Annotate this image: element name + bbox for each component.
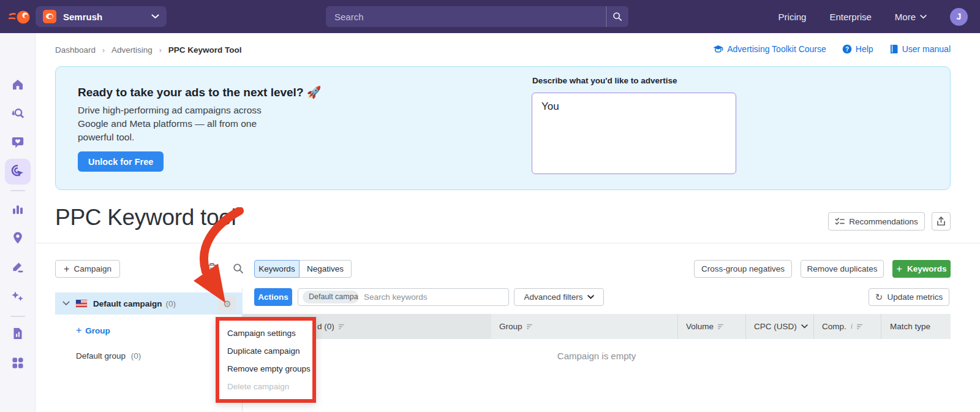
ai-sparkles-icon[interactable] (11, 290, 24, 303)
sort-icon (339, 324, 345, 330)
campaign-settings-gear-button[interactable]: ⚙ (218, 296, 236, 311)
cross-group-negatives-button[interactable]: Cross-group negatives (694, 260, 792, 278)
tab-negatives[interactable]: Negatives (300, 260, 352, 278)
analytics-icon[interactable] (11, 202, 24, 216)
help-link[interactable]: ? Help (842, 44, 873, 54)
chevron-down-icon (801, 324, 808, 329)
unlock-for-free-button[interactable]: Unlock for Free (78, 151, 164, 172)
advertising-icon (11, 164, 24, 178)
column-divider (677, 314, 678, 339)
quick-links: Advertising Toolkit Course ? Help User m… (713, 44, 951, 54)
plus-icon: + (64, 264, 69, 274)
plus-icon: + (76, 326, 81, 335)
refresh-icon: ↻ (875, 292, 883, 302)
home-icon[interactable] (11, 78, 24, 91)
add-keywords-button[interactable]: + Keywords (892, 260, 951, 278)
column-header-volume[interactable]: Volume (686, 314, 725, 339)
breadcrumb-advertising[interactable]: Advertising (111, 45, 153, 55)
info-icon: i (851, 322, 853, 331)
column-header-cpc[interactable]: CPC (USD) (754, 314, 808, 339)
ppc-keyword-tool-page: Semrush Pricing Enterprise More J (0, 0, 980, 412)
tab-keywords[interactable]: Keywords (254, 260, 300, 278)
enterprise-link[interactable]: Enterprise (829, 12, 871, 22)
export-icon (937, 216, 946, 226)
campaign-name: Default campaign (93, 299, 162, 308)
checklist-icon (835, 217, 845, 226)
search-icon (233, 263, 244, 274)
sort-icon (527, 324, 533, 330)
global-search-field[interactable] (326, 6, 605, 27)
column-header-group[interactable]: Group (499, 314, 533, 339)
column-header-match-type[interactable]: Match type (890, 314, 930, 339)
recommendations-button[interactable]: Recommendations (828, 212, 925, 231)
top-navbar: Semrush Pricing Enterprise More J (0, 0, 980, 33)
campaign-filter-chip[interactable]: Default campa (303, 291, 359, 303)
sort-icon (718, 324, 725, 330)
section-divider (36, 243, 980, 243)
remove-duplicates-button[interactable]: Remove duplicates (801, 260, 884, 278)
advertise-textarea[interactable]: You (532, 93, 736, 174)
breadcrumb-dashboard[interactable]: Dashboard (55, 45, 96, 55)
seo-research-icon[interactable] (11, 107, 24, 120)
actions-button[interactable]: Actions (254, 288, 292, 306)
keywords-search-placeholder: Search keywords (364, 292, 428, 302)
toolkit-course-link[interactable]: Advertising Toolkit Course (713, 44, 826, 54)
more-menu[interactable]: More (895, 12, 927, 22)
app-switcher-dropdown[interactable]: Semrush (36, 6, 167, 27)
promo-banner: Ready to take your ads to the next level… (55, 66, 951, 190)
left-sidebar (0, 33, 36, 412)
campaign-row-default[interactable]: Default campaign (0) ⚙ (55, 292, 243, 315)
promo-title: Ready to take your ads to the next level… (78, 85, 321, 99)
social-media-icon[interactable] (11, 135, 24, 149)
add-campaign-button[interactable]: + Campaign (55, 260, 120, 278)
campaign-count: (0) (166, 299, 218, 308)
update-metrics-button[interactable]: ↻ Update metrics (869, 288, 949, 306)
column-header-comp[interactable]: Comp. i (822, 314, 864, 339)
advanced-filters-dropdown[interactable]: Advanced filters (514, 288, 604, 306)
book-icon (889, 44, 899, 54)
semrush-logo-icon[interactable] (9, 9, 31, 28)
chevron-down-icon (151, 14, 159, 19)
us-flag-icon (76, 300, 87, 307)
local-pin-icon[interactable] (11, 231, 24, 245)
plus-icon: + (897, 264, 902, 274)
chevron-down-icon (920, 15, 927, 19)
add-group-button[interactable]: + Group (76, 326, 110, 335)
reports-icon[interactable] (11, 327, 24, 340)
column-divider (813, 314, 814, 339)
sidebar-divider (10, 190, 25, 191)
chevron-down-icon[interactable] (62, 301, 70, 306)
global-search-button[interactable] (606, 6, 628, 27)
graduation-cap-icon (713, 45, 723, 54)
menu-item-duplicate-campaign[interactable]: Duplicate campaign (219, 342, 312, 360)
menu-item-remove-empty-groups[interactable]: Remove empty groups (219, 360, 312, 378)
semrush-app-icon (43, 10, 56, 23)
empty-state-message: Campaign is empty (243, 351, 951, 361)
navbar-right: Pricing Enterprise More J (778, 0, 968, 33)
user-manual-link[interactable]: User manual (889, 44, 951, 54)
sort-icon (857, 324, 864, 330)
pricing-link[interactable]: Pricing (778, 12, 807, 22)
keywords-search-input[interactable]: Default campa Search keywords (298, 288, 509, 306)
user-avatar[interactable]: J (950, 8, 968, 26)
search-campaigns-button[interactable] (232, 262, 245, 276)
chevron-right-icon: › (102, 46, 105, 55)
global-search-input[interactable] (326, 6, 605, 27)
chevron-right-icon: › (159, 46, 162, 55)
delete-trash-button[interactable] (205, 262, 219, 276)
advertise-form-label: Describe what you'd like to advertise (532, 76, 677, 85)
group-row-default[interactable]: Default group (0) (76, 351, 141, 360)
column-divider (745, 314, 746, 339)
trash-icon (206, 262, 217, 274)
chevron-down-icon (587, 295, 594, 299)
column-header-keyword[interactable]: d (0) (317, 314, 345, 339)
content-pencil-icon[interactable] (11, 261, 24, 274)
breadcrumb-current: PPC Keyword Tool (168, 45, 242, 55)
menu-item-delete-campaign: Delete campaign (219, 378, 312, 395)
apps-grid-icon[interactable] (11, 356, 24, 370)
export-button[interactable] (932, 212, 951, 231)
search-icon (612, 12, 622, 21)
menu-item-campaign-settings[interactable]: Campaign settings (219, 324, 312, 342)
help-circle-icon: ? (842, 44, 852, 54)
table-header-row: d (0) Group Volume (243, 314, 951, 339)
